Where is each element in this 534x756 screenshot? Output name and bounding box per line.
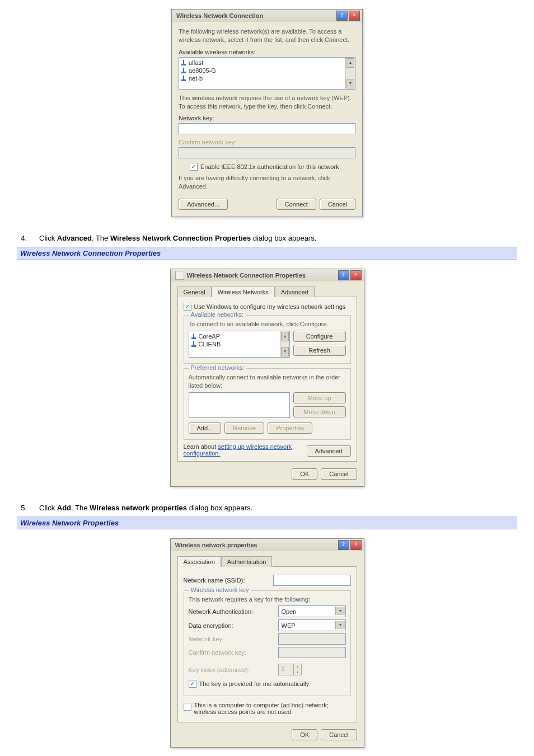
tab-association[interactable]: Association — [177, 556, 221, 567]
advanced-button[interactable]: Advanced — [307, 445, 351, 457]
network-item[interactable]: CLIENB — [189, 340, 280, 348]
ok-button[interactable]: OK — [292, 729, 317, 740]
dialog-title: Wireless Network Connection Properties — [187, 272, 337, 279]
network-properties-dialog: Wireless network properties ? × Associat… — [170, 538, 364, 748]
close-button[interactable]: × — [349, 11, 360, 21]
step-4: 4. Click Advanced. The Wireless Network … — [17, 234, 517, 242]
titlebar: Wireless Network Connection Properties ?… — [171, 269, 364, 281]
ieee-checkbox[interactable]: ✓ — [190, 163, 198, 171]
key-index-spinner: 1 ▴▾ — [278, 664, 302, 675]
remove-button: Remove — [224, 422, 264, 434]
step-number: 5. — [17, 504, 27, 512]
scrollbar[interactable]: ▴ ▾ — [280, 331, 289, 357]
section-heading: Wireless Network Properties — [17, 516, 517, 529]
scroll-down-icon[interactable]: ▾ — [281, 347, 289, 356]
tab-wireless-networks[interactable]: Wireless Networks — [212, 287, 275, 297]
dialog-title: Wireless network properties — [175, 542, 337, 548]
step-text: Click Add. The Wireless network properti… — [39, 504, 252, 512]
antenna-icon — [191, 334, 196, 339]
step-5: 5. Click Add. The Wireless network prope… — [17, 504, 517, 512]
confirm-key-label: Confirm network key: — [189, 649, 273, 656]
available-text: To connect to an available network, clic… — [189, 320, 346, 328]
wireless-key-legend: Wireless network key — [189, 586, 251, 593]
step-text: Click Advanced. The Wireless Network Con… — [39, 234, 316, 242]
properties-button: Properties — [268, 422, 312, 434]
refresh-button[interactable]: Refresh — [293, 345, 346, 356]
advanced-hint: If you are having difficulty connecting … — [179, 174, 355, 191]
preferred-list[interactable] — [189, 392, 290, 418]
antenna-icon — [181, 68, 186, 73]
chevron-down-icon: ▾ — [335, 607, 345, 615]
ok-button[interactable]: OK — [292, 468, 317, 480]
tab-strip: Association Authentication — [177, 556, 357, 567]
help-button[interactable]: ? — [336, 11, 348, 21]
wep-text: This wireless network requires the use o… — [179, 94, 355, 111]
close-button[interactable]: × — [350, 540, 362, 550]
confirm-key-input — [179, 147, 355, 158]
network-item[interactable]: CoreAP — [189, 332, 280, 340]
tab-advanced[interactable]: Advanced — [275, 287, 315, 297]
available-list[interactable]: CoreAP CLIENB ▴ ▾ — [189, 331, 290, 358]
adhoc-checkbox[interactable]: ✓ — [184, 703, 191, 711]
step-number: 4. — [17, 234, 27, 242]
network-key-input[interactable] — [179, 123, 355, 134]
antenna-icon — [181, 76, 186, 81]
req-text: This network requires a key for the foll… — [189, 595, 346, 604]
network-item[interactable]: ulfast — [179, 59, 345, 67]
scroll-down-icon[interactable]: ▾ — [346, 79, 354, 88]
net-key-label: Network key: — [189, 636, 273, 642]
network-item[interactable]: ae8005-G — [179, 67, 345, 74]
window-icon — [175, 271, 184, 280]
close-button[interactable]: × — [350, 270, 362, 280]
tab-strip: General Wireless Networks Advanced — [177, 286, 357, 297]
titlebar: Wireless network properties ? × — [171, 539, 364, 551]
dialog-title: Wireless Network Connection — [176, 12, 335, 19]
connect-button[interactable]: Connect — [277, 199, 316, 210]
spin-up-icon: ▴ — [293, 664, 301, 670]
move-up-button: Move up — [293, 392, 346, 403]
adhoc-label: This is a computer-to-computer (ad hoc) … — [194, 702, 351, 715]
available-legend: Available networks: — [189, 311, 246, 318]
help-button[interactable]: ? — [338, 270, 349, 280]
data-enc-select[interactable]: WEP ▾ — [278, 619, 346, 631]
intro-text: The following wireless network(s) are av… — [179, 27, 355, 44]
tab-general[interactable]: General — [177, 287, 212, 297]
learn-about-text: Learn about setting up wireless network … — [184, 443, 307, 457]
chevron-down-icon: ▾ — [335, 621, 345, 629]
configure-button[interactable]: Configure — [293, 331, 346, 342]
section-heading: Wireless Network Connection Properties — [17, 247, 517, 260]
wireless-connection-dialog: Wireless Network Connection ? × The foll… — [171, 9, 363, 217]
titlebar: Wireless Network Connection ? × — [172, 10, 362, 22]
cancel-button[interactable]: Cancel — [320, 199, 355, 210]
network-item[interactable]: net-b — [179, 74, 345, 82]
auto-key-checkbox[interactable]: ✓ — [189, 680, 196, 688]
ssid-label: Network name (SSID): — [184, 577, 268, 584]
auto-key-label: The key is provided for me automatically — [199, 680, 310, 687]
antenna-icon — [191, 341, 196, 347]
tab-authentication[interactable]: Authentication — [221, 556, 273, 567]
available-networks-label: Available wireless networks: — [179, 49, 355, 55]
add-button[interactable]: Add... — [189, 422, 222, 434]
help-button[interactable]: ? — [338, 540, 349, 550]
preferred-text: Automatically connect to available netwo… — [189, 373, 346, 390]
scrollbar[interactable]: ▴ ▾ — [345, 58, 355, 89]
antenna-icon — [181, 60, 186, 65]
key-index-label: Key index (advanced): — [189, 666, 273, 673]
cancel-button[interactable]: Cancel — [321, 468, 357, 480]
net-auth-label: Network Authentication: — [189, 608, 273, 615]
use-windows-label: Use Windows to configure my wireless net… — [194, 303, 346, 310]
net-auth-select[interactable]: Open ▾ — [278, 605, 346, 617]
scroll-up-icon[interactable]: ▴ — [346, 58, 354, 68]
ssid-input[interactable] — [273, 575, 351, 586]
confirm-key-input — [278, 647, 346, 658]
spin-down-icon: ▾ — [293, 670, 301, 675]
connection-properties-dialog: Wireless Network Connection Properties ?… — [170, 269, 364, 487]
data-enc-label: Data encryption: — [189, 622, 273, 629]
confirm-key-label: Confirm network key: — [179, 139, 355, 145]
use-windows-checkbox[interactable]: ✓ — [184, 303, 191, 311]
available-networks-list[interactable]: ulfast ae8005-G net-b ▴ ▾ — [179, 57, 355, 90]
move-down-button: Move down — [293, 406, 346, 417]
cancel-button[interactable]: Cancel — [321, 729, 357, 740]
advanced-button[interactable]: Advanced... — [179, 199, 228, 210]
scroll-up-icon[interactable]: ▴ — [281, 332, 289, 341]
